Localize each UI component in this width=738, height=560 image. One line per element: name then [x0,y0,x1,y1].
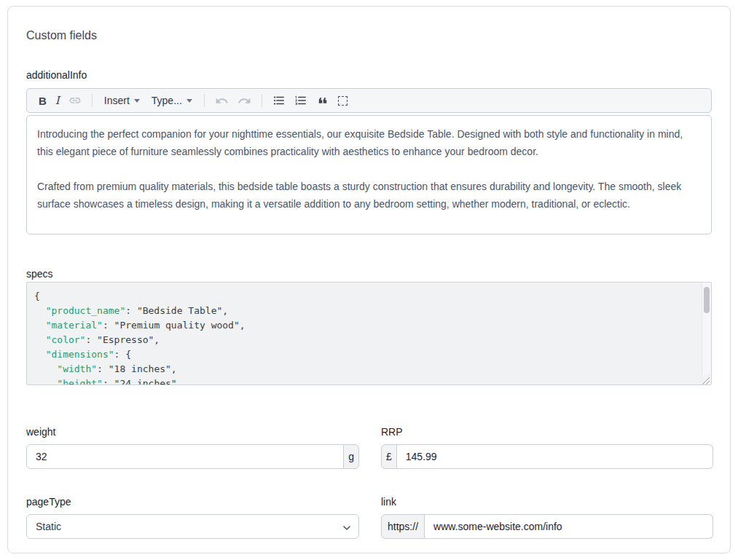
weight-input[interactable] [26,444,344,469]
italic-button[interactable]: I [51,90,64,111]
link-label: link [381,497,713,507]
dashed-square-icon [338,96,348,106]
rich-text-content[interactable]: Introducing the perfect companion for yo… [26,115,712,234]
insert-dropdown-label: Insert [104,95,130,106]
resize-handle[interactable] [702,375,710,384]
scrollbar-thumb[interactable] [704,287,710,313]
rrp-input[interactable] [397,444,713,469]
blockquote-button[interactable] [312,90,334,111]
currency-addon: £ [381,444,397,469]
redo-button[interactable] [233,90,256,111]
link-icon [68,94,82,107]
undo-button[interactable] [211,90,233,111]
link-button[interactable] [64,90,86,111]
bold-button[interactable]: B [34,90,51,111]
custom-fields-card: Custom fields additionalInfo B I Insert … [7,6,731,553]
insert-dropdown[interactable]: Insert [98,90,146,111]
specs-label: specs [26,269,712,279]
editor-paragraph: Crafted from premium quality materials, … [37,178,701,213]
link-input[interactable] [425,514,713,539]
undo-icon [215,94,229,108]
rich-text-toolbar: B I Insert Type... [26,88,712,113]
weight-label: weight [26,427,359,437]
type-dropdown[interactable]: Type... [146,90,198,111]
code-block-button[interactable] [334,90,352,111]
toolbar-divider [262,94,262,107]
redo-icon [238,94,251,108]
weight-unit-addon: g [343,444,359,469]
scrollbar[interactable] [702,283,711,384]
toolbar-divider [92,94,93,107]
editor-paragraph: Introducing the perfect companion for yo… [37,125,701,160]
specs-code-editor[interactable]: { "product_name": "Bedside Table", "mate… [26,282,712,385]
blockquote-icon [316,94,329,107]
page-title: Custom fields [26,28,712,42]
additionalinfo-label: additionalInfo [26,70,712,80]
bullet-list-button[interactable] [268,90,290,111]
numbered-list-icon [294,94,307,107]
type-dropdown-label: Type... [152,95,182,106]
chevron-down-icon [187,99,192,103]
bullet-list-icon [272,94,286,107]
pagetype-label: pageType [26,497,359,507]
protocol-addon: https:// [381,514,425,539]
rrp-label: RRP [381,427,713,437]
specs-code-content: { "product_name": "Bedside Table", "mate… [27,283,711,385]
pagetype-select[interactable]: Static [26,514,359,539]
toolbar-divider [204,94,205,107]
chevron-down-icon [134,99,140,103]
numbered-list-button[interactable] [290,90,312,111]
